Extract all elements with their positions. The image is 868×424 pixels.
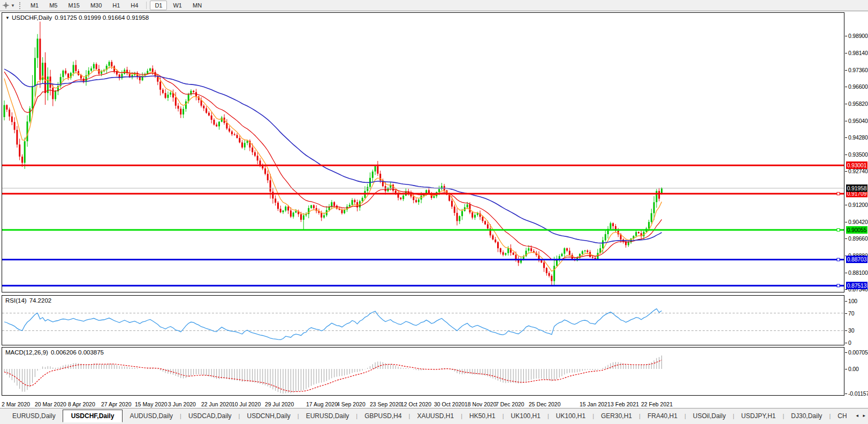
- chart-tab-USDJPYH1[interactable]: USDJPY,H1: [734, 410, 782, 422]
- date-tick-29-Jul-2020: 29 Jul 2020: [265, 401, 294, 407]
- date-tick-12-Oct-2020: 12 Oct 2020: [401, 401, 431, 407]
- date-tick-20-Mar-2020: 20 Mar 2020: [35, 401, 66, 407]
- line-handle-0.90055[interactable]: [837, 229, 840, 232]
- axis-tick-mark: [845, 36, 847, 36]
- price-badge-0.88703: 0.88703: [846, 256, 867, 263]
- line-handle-0.91709[interactable]: [837, 192, 840, 195]
- ma-slow-line: [4, 69, 662, 243]
- chart-tab-FRA40H1[interactable]: FRA40,H1: [641, 410, 684, 422]
- candlestick-chart[interactable]: [2, 13, 844, 292]
- timeframe-button-M5[interactable]: M5: [44, 1, 62, 10]
- chart-tab-XAUUSDH1[interactable]: XAUUSD,H1: [410, 410, 461, 422]
- axis-tick-mark: [845, 301, 847, 302]
- chart-tab-GER30H1[interactable]: GER30,H1: [594, 410, 639, 422]
- chart-tab-UK100H1[interactable]: UK100,H1: [549, 410, 592, 422]
- rsi-value: 74.2202: [29, 297, 52, 304]
- axis-tick-mark: [845, 273, 847, 273]
- timeframe-button-W1[interactable]: W1: [168, 1, 187, 10]
- chart-tab-HK50H1[interactable]: HK50,H1: [462, 410, 502, 422]
- axis-tick-mark: [845, 313, 847, 314]
- collapse-arrow-icon[interactable]: ▼: [5, 16, 10, 20]
- toolbar-grip-handle[interactable]: [19, 2, 21, 9]
- candlestick-chart-area[interactable]: [2, 13, 844, 292]
- timeframe-button-H4[interactable]: H4: [126, 1, 143, 10]
- chart-tab-UK100H1[interactable]: UK100,H1: [504, 410, 547, 422]
- timeframe-button-M30[interactable]: M30: [86, 1, 106, 10]
- price-tick-0.98900: 0.98900: [848, 33, 868, 39]
- timeframe-toolbar: M1M5M15M30H1H4D1W1MN: [25, 1, 207, 10]
- chart-symbol-label: USDCHF,Daily: [12, 14, 52, 21]
- date-tick-27-Apr-2020: 27 Apr 2020: [101, 401, 132, 407]
- tab-scroll-left-button[interactable]: ◂: [856, 413, 858, 418]
- chart-tab-USDCHFDaily[interactable]: USDCHF,Daily: [63, 410, 123, 422]
- line-handle-0.88703[interactable]: [837, 258, 840, 261]
- rsi-tick-0: 0: [848, 340, 851, 346]
- date-tick-10-Jul-2020: 10 Jul 2020: [232, 401, 261, 407]
- main-chart-pane[interactable]: ▼USDCHF,Daily0.91725 0.91999 0.91664 0.9…: [2, 12, 844, 292]
- rsi-chart[interactable]: [2, 296, 844, 345]
- axis-tick-mark: [845, 104, 847, 104]
- date-tick-2-Mar-2020: 2 Mar 2020: [2, 401, 30, 407]
- macd-chart[interactable]: [2, 348, 844, 395]
- rsi-tick-30: 30: [848, 327, 854, 334]
- price-badge-0.90055: 0.90055: [846, 226, 867, 234]
- axis-tick-mark: [845, 369, 847, 369]
- chart-tab-USOilDaily[interactable]: USOil,Daily: [686, 410, 733, 422]
- axis-tick-mark: [845, 394, 847, 394]
- timeframe-button-MN[interactable]: MN: [188, 1, 207, 10]
- rsi-chart-area[interactable]: [2, 296, 844, 345]
- date-tick-15-Jan-2021: 15 Jan 2021: [580, 401, 611, 407]
- timeframe-button-M1[interactable]: M1: [26, 1, 43, 10]
- toolbar: ▼ M1M5M15M30H1H4D1W1MN: [0, 0, 868, 11]
- axis-tick-mark: [845, 343, 847, 343]
- date-tick-25-Dec-2020: 25 Dec 2020: [529, 401, 561, 407]
- chevron-down-icon[interactable]: ▼: [11, 3, 15, 8]
- chart-tabs-bar: EURUSD,DailyUSDCHF,DailyAUDUSD,Daily|USD…: [0, 408, 868, 424]
- macd-indicator-pane[interactable]: MACD(12,26,9)0.006206 0.003875: [2, 347, 844, 396]
- chart-tabs: EURUSD,DailyUSDCHF,DailyAUDUSD,Daily|USD…: [5, 410, 847, 422]
- chart-tab-USDCADDaily[interactable]: USDCAD,Daily: [181, 410, 239, 422]
- rsi-indicator-pane[interactable]: RSI(14)74.2202: [2, 295, 844, 345]
- date-tick-17-Aug-2020: 17 Aug 2020: [306, 401, 338, 407]
- line-handle-0.87513[interactable]: [837, 284, 840, 287]
- axis-tick-mark: [845, 70, 847, 71]
- timeframe-button-D1[interactable]: D1: [150, 1, 167, 10]
- chart-tab-CHINA300H1[interactable]: CHINA300,H1: [831, 410, 847, 422]
- tab-scroll-arrows: ◂ ▸: [852, 413, 865, 418]
- tab-scroll-right-button[interactable]: ▸: [863, 413, 865, 418]
- chart-tab-AUDUSDDaily[interactable]: AUDUSD,Daily: [123, 410, 180, 422]
- chart-tab-GBPUSDH4[interactable]: GBPUSD,H4: [357, 410, 408, 422]
- timeframe-button-M15[interactable]: M15: [63, 1, 84, 10]
- price-tick-0.88100: 0.88100: [848, 269, 868, 276]
- timeframe-button-H1[interactable]: H1: [108, 1, 125, 10]
- macd-values: 0.006206 0.003875: [51, 349, 104, 356]
- chart-tab-EURUSDDaily[interactable]: EURUSD,Daily: [5, 410, 63, 422]
- macd-header: MACD(12,26,9)0.006206 0.003875: [5, 349, 104, 356]
- macd-tick-zero: 0.00: [848, 366, 859, 372]
- date-tick-30-Oct-2020: 30 Oct 2020: [434, 401, 465, 407]
- axis-tick-mark: [845, 222, 847, 222]
- chart-tab-DJ30Daily[interactable]: DJ30,Daily: [784, 410, 829, 422]
- price-tick-0.95820: 0.95820: [848, 101, 868, 107]
- macd-tick-min: -0.011573: [848, 390, 868, 397]
- macd-label: MACD(12,26,9): [5, 349, 48, 356]
- macd-histogram: [4, 356, 662, 394]
- date-tick-15-May-2020: 15 May 2020: [135, 401, 167, 407]
- chart-header: ▼USDCHF,Daily0.91725 0.91999 0.91664 0.9…: [5, 14, 149, 21]
- date-tick-3-Feb-2021: 3 Feb 2021: [611, 401, 639, 407]
- crosshair-tool-button[interactable]: ▼: [0, 0, 17, 11]
- rsi-tick-70: 70: [848, 310, 854, 317]
- price-tick-0.94280: 0.94280: [848, 134, 868, 141]
- price-tick-0.91200: 0.91200: [848, 202, 868, 208]
- macd-tick-max: 0.007053: [848, 349, 868, 356]
- macd-chart-area[interactable]: [2, 348, 844, 395]
- axis-tick-mark: [845, 53, 847, 53]
- rsi-tick-100: 100: [848, 298, 857, 304]
- rsi-line: [4, 309, 662, 340]
- chart-ohlc-values: 0.91725 0.91999 0.91664 0.91958: [55, 14, 149, 21]
- chart-tab-EURUSDDaily[interactable]: EURUSD,Daily: [299, 410, 356, 422]
- chart-tab-USDCNHDaily[interactable]: USDCNH,Daily: [240, 410, 297, 422]
- date-tick-8-Apr-2020: 8 Apr 2020: [68, 401, 95, 407]
- price-tick-0.89660: 0.89660: [848, 235, 868, 242]
- date-tick-7-Dec-2020: 7 Dec 2020: [496, 401, 524, 407]
